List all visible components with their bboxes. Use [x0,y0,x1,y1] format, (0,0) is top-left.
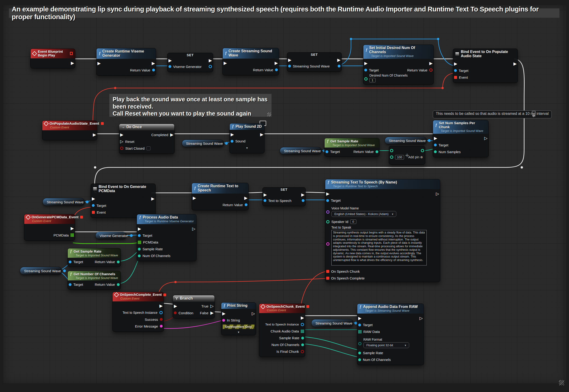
exec-in-pin[interactable]: ▶ [222,311,225,316]
output-pin[interactable] [63,269,66,272]
exec-out-pin[interactable]: ▷ [436,192,439,196]
exec-in-pin[interactable]: ▶ [224,61,227,65]
exec-out-pin[interactable]: ▶ [93,133,96,137]
viseme-generator-pin[interactable] [168,65,171,68]
node-streaming-text-to-speech-by-name[interactable]: ƒ Streaming Text To Speech (By Name) Tar… [325,179,440,282]
exec-out-pin[interactable]: ▶ [301,316,304,320]
completed-exec-out-pin[interactable]: ▶ [170,133,173,137]
exec-in-pin[interactable]: ▶ [138,227,141,231]
exec-out-pin[interactable]: ▶ [337,58,340,62]
delegate-pin[interactable] [306,305,309,308]
node-bind-event-to-on-generate-pcmdata[interactable]: Bind Event to On Generate PCMData ▶▶ Tar… [91,183,156,218]
exec-out-pin[interactable]: ▶ [275,61,278,65]
num-channels-input[interactable]: 1 [369,78,376,83]
text-to-speech-pin[interactable] [263,199,266,202]
add-pin-button[interactable]: Add pin ⊕ [408,155,423,159]
exec-in-pin[interactable]: ▶ [231,132,234,137]
exec-in-pin[interactable]: ▶ [193,196,196,200]
event-pin[interactable] [92,211,95,214]
node-get-number-of-channels[interactable]: ƒ Get Number Of Channels Target is Impor… [68,271,121,290]
exec-out-pin[interactable]: ▷ [192,227,195,231]
exec-out-pin[interactable]: ▶ [244,196,248,200]
event-pin[interactable] [454,76,457,79]
node-set-streaming-sound-wave[interactable]: SET ▶▶ Streaming Sound Wave [287,52,342,72]
sample-rate-pin[interactable] [358,352,361,354]
pcmdata-pin[interactable] [138,241,141,244]
streaming-sound-wave-pin[interactable] [288,65,291,68]
divisor-pin[interactable] [390,155,393,159]
target-pin[interactable] [138,234,141,237]
return-value-pin[interactable] [117,261,120,263]
num-samples-pin[interactable] [434,150,437,153]
node-set-num-samples-per-chunk[interactable]: ƒ Set Num Samples Per Chunk Target is Im… [433,120,489,157]
target-pin[interactable] [434,144,437,146]
divisor-input[interactable]: 100 [395,155,404,159]
var-pill-streaming-sound-wave[interactable]: Streaming Sound Wave [385,137,427,144]
exec-out-pin[interactable]: ▶ [152,61,155,65]
pcmdata-pin[interactable] [71,234,74,237]
exec-out-pin[interactable]: ▶ [513,62,517,66]
exec-out-pin[interactable]: ▷ [252,311,255,316]
return-value-pin[interactable] [152,69,155,71]
start-closed-pin[interactable] [120,147,123,150]
reset-exec-in-pin[interactable]: ▷ [120,139,123,144]
tts-instance-pin[interactable] [301,323,304,326]
result-pin[interactable] [421,149,424,152]
node-create-runtime-text-to-speech[interactable]: ƒ Create Runtime Text to Speech ▶▶ Retur… [192,183,249,210]
target-pin[interactable] [325,150,328,153]
speaker-id-pin[interactable] [326,220,330,224]
output-pin[interactable] [338,65,340,68]
target-pin[interactable] [454,69,457,72]
target-pin[interactable] [92,204,95,207]
on-speech-chunk-pin[interactable] [326,270,329,273]
comment-resize-handle[interactable] [267,112,271,116]
exec-in-pin[interactable]: ▶ [263,193,267,197]
return-value-pin[interactable] [117,283,120,286]
target-pin[interactable] [69,261,72,263]
exec-out-pin[interactable]: ▶ [260,132,263,137]
node-append-audio-data-from-raw[interactable]: ƒ Append Audio Data From RAW Target is S… [357,304,424,365]
delegate-pin[interactable] [163,294,166,296]
node-create-runtime-viseme-generator[interactable]: ƒ Create Runtime Viseme Generator ▶▶ Ret… [96,48,156,76]
return-value-pin[interactable] [245,203,248,206]
node-on-generate-pcmdata-event[interactable]: OnGeneratePCMData_Event Custom Event ▶ P… [24,214,75,241]
node-set-viseme-generator[interactable]: SET ▶▶ Viseme Generator [167,53,213,72]
node-set-initial-desired-num-of-channels[interactable]: ƒ Set Initial Desired Num Of Channels Ta… [363,45,434,84]
is-final-chunk-pin[interactable] [301,350,304,353]
raw-data-pin[interactable] [358,330,362,333]
text-to-speak-input[interactable]: Streaming synthesis output begins with a… [331,230,427,266]
var-pill-streaming-sound-wave[interactable]: Streaming Sound Wave [182,140,224,147]
node-on-populate-audio-state-event[interactable]: OnPopulateAudioState_Event Custom Event … [42,120,97,140]
voice-model-dropdown[interactable]: English (United States) - Kokoro (Adam)▾ [331,211,396,217]
exec-out-pin[interactable]: ▷ [484,136,487,140]
node-print-string[interactable]: ƒ Print String ▶▷ In String Development … [221,302,256,335]
return-value-pin[interactable] [275,69,278,71]
node-create-streaming-sound-wave[interactable]: ƒ Create Streaming Sound Wave ▶▶ Return … [222,48,279,75]
exec-out-pin[interactable]: ▶ [209,58,212,63]
exec-in-pin[interactable]: ▶ [326,192,330,196]
output-pin[interactable] [209,65,212,68]
speaker-id-input[interactable]: 0 [350,220,356,224]
var-pill-streaming-sound-wave[interactable]: Streaming Sound Wave [20,267,62,275]
target-pin[interactable] [69,283,72,286]
note-icons[interactable] [532,111,536,116]
on-speech-complete-pin[interactable] [326,277,329,280]
node-set-text-to-speech[interactable]: SET ▶▶ Text to Speech [263,187,306,206]
chunk-audio-data-pin[interactable] [301,330,304,333]
target-pin[interactable] [326,199,329,202]
canvas-resize-handle[interactable] [559,380,564,385]
raw-format-dropdown[interactable]: Floating point 32-bit▾ [363,342,409,348]
exec-in-pin[interactable]: ▶ [168,58,172,63]
desired-num-channels-pin[interactable] [364,77,367,81]
output-pin[interactable] [225,142,228,145]
exec-out-pin[interactable]: ▶ [71,226,74,230]
var-pill-streaming-sound-wave[interactable]: Streaming Sound Wave [311,319,353,327]
exec-in-pin[interactable]: ▶ [434,136,437,140]
exec-in-pin[interactable]: ▶ [97,61,101,65]
expand-chevron-icon[interactable]: ▾ [232,146,262,150]
exec-in-pin[interactable]: ▶ [174,304,177,308]
num-of-channels-pin[interactable] [301,343,304,346]
node-process-audio-data[interactable]: ƒ Process Audio Data Target is Runtime V… [137,214,197,261]
tts-instance-pin[interactable] [159,311,163,314]
sample-rate-pin[interactable] [138,248,141,251]
